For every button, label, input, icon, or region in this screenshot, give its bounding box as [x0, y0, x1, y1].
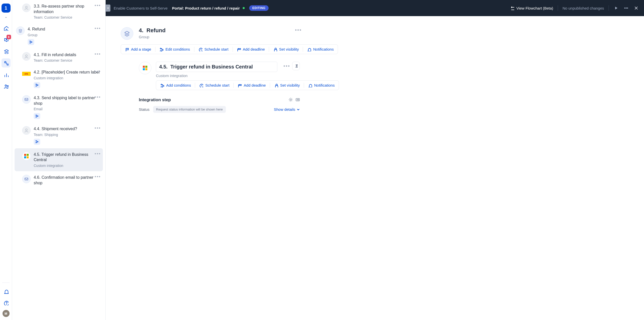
step-more-button[interactable]: ••• [283, 62, 290, 69]
step-subtitle: Custom integration [34, 164, 100, 168]
left-nav-rail: 1 ⌄ 8 M [0, 0, 12, 320]
collapse-panel-button[interactable] [105, 5, 110, 12]
nav-stacks[interactable] [2, 47, 11, 56]
home-icon [4, 26, 9, 31]
svg-rect-37 [275, 86, 278, 87]
clock-icon [198, 47, 202, 51]
top-bar: Enable Customers to Self-Serve Portal: P… [106, 0, 644, 16]
step-item-more-button[interactable]: ••• [95, 69, 101, 74]
schedule-start-button[interactable]: Schedule start [194, 45, 233, 54]
id-icon [295, 97, 300, 102]
step-subtitle: Custom integration [34, 76, 100, 80]
step-item-more-button[interactable]: ••• [95, 174, 101, 180]
svg-point-19 [36, 140, 36, 141]
step-item-more-button[interactable]: ••• [95, 95, 101, 100]
step-subtitle: Team: Customer Service [34, 58, 100, 62]
step-list-item[interactable]: 4.5. Trigger refund in Business CentralC… [15, 148, 103, 171]
breadcrumb-title: Portal: Product return / refund / repair [172, 6, 240, 10]
notifications-button[interactable]: Notifications [303, 45, 338, 54]
step-title: 4.5. Trigger refund in Business Central [34, 152, 100, 163]
steps-panel: 3.3. Re-assess partner shop informationT… [12, 0, 106, 320]
group-more-button[interactable]: ••• [295, 27, 302, 33]
view-flowchart-button[interactable]: View Flowchart (Beta) [510, 6, 553, 10]
step-list-item[interactable]: 4.6. Confirmation email to partner shop•… [15, 171, 103, 189]
step-item-more-button[interactable]: ••• [95, 3, 101, 8]
step-list-item[interactable]: DHL4.2. [Placeholder] Create return labe… [15, 66, 103, 92]
set-visibility-button[interactable]: Set visibility [269, 45, 303, 54]
pin-icon [294, 64, 298, 68]
view-flowchart-label: View Flowchart (Beta) [516, 6, 553, 10]
step-schedule-start-button[interactable]: Schedule start [195, 81, 233, 90]
integration-id-button[interactable] [295, 97, 300, 102]
group-header: 4. Refund Group ••• [121, 27, 302, 40]
step-list-item[interactable]: 4.3. Send shipping label to partner shop… [15, 92, 103, 123]
step-action-bar: Add conditions Schedule start Add deadli… [156, 80, 339, 90]
status-label: Status [139, 107, 150, 112]
bell-icon [4, 289, 9, 294]
step-item-more-button[interactable]: ••• [95, 52, 101, 57]
step-list-item[interactable]: 4. RefundGroup••• [15, 23, 103, 49]
conditions-chip[interactable] [34, 139, 40, 145]
flag-icon [125, 47, 129, 51]
svg-point-17 [37, 116, 38, 117]
integration-settings-button[interactable] [288, 97, 293, 102]
workspace-logo[interactable]: 1 [2, 4, 11, 13]
step-notifications-button[interactable]: Notifications [304, 81, 339, 90]
group-title: 4. Refund [139, 27, 165, 34]
svg-point-20 [36, 142, 36, 143]
conditions-chip[interactable] [28, 39, 34, 45]
step-title-input[interactable]: 4.5. Trigger refund in Business Central [156, 62, 277, 72]
group-stack-icon [121, 27, 133, 40]
step-item-more-button[interactable]: ••• [95, 26, 101, 31]
person-icon [22, 126, 31, 135]
svg-point-26 [160, 48, 161, 49]
step-list-item[interactable]: 4.1. Fill in refund detailsTeam: Custome… [15, 49, 103, 66]
svg-point-3 [7, 86, 8, 87]
chevron-down-icon [297, 108, 300, 111]
conditions-chip[interactable] [34, 82, 40, 88]
group-kind-label: Group [139, 35, 165, 39]
run-button[interactable] [613, 5, 619, 11]
svg-point-11 [36, 84, 36, 85]
workspace-switcher-icon[interactable]: ⌄ [5, 15, 8, 19]
nav-analytics[interactable] [2, 70, 11, 79]
add-deadline-button[interactable]: Add deadline [233, 45, 269, 54]
svg-point-6 [25, 6, 27, 8]
step-list-item[interactable]: 3.3. Re-assess partner shop informationT… [15, 0, 103, 23]
edit-conditions-button[interactable]: Edit conditions [155, 45, 194, 54]
step-item-more-button[interactable]: ••• [95, 151, 101, 157]
editing-badge: EDITING [249, 5, 268, 11]
add-stage-button[interactable]: Add a stage [121, 45, 155, 54]
more-menu-button[interactable] [623, 5, 629, 11]
nav-notifications[interactable] [2, 287, 11, 296]
nav-help[interactable] [2, 298, 11, 307]
show-details-button[interactable]: Show details [274, 107, 300, 112]
bell-icon [307, 47, 311, 51]
inbox-badge: 8 [7, 35, 11, 39]
svg-rect-36 [238, 85, 242, 87]
nav-people[interactable] [2, 82, 11, 91]
step-pin-button[interactable] [292, 62, 300, 70]
svg-point-16 [36, 117, 36, 117]
conditions-chip[interactable] [34, 113, 40, 119]
svg-point-10 [25, 55, 27, 56]
dhl-icon: DHL [22, 69, 31, 78]
step-list-item[interactable]: 4.4. Shipment received?Team: Shipping••• [15, 123, 103, 148]
add-conditions-button[interactable]: Add conditions [156, 81, 195, 90]
flowchart-icon [510, 6, 514, 10]
step-add-deadline-button[interactable]: Add deadline [234, 81, 270, 90]
breadcrumb-parent[interactable]: Enable Customers to Self-Serve [114, 6, 167, 10]
close-button[interactable] [633, 5, 639, 11]
svg-point-7 [30, 41, 30, 42]
branch-icon [160, 83, 164, 87]
nav-home[interactable] [2, 24, 11, 33]
person-icon [22, 4, 31, 12]
step-item-more-button[interactable]: ••• [95, 126, 101, 131]
step-set-visibility-button[interactable]: Set visibility [270, 81, 304, 90]
user-avatar[interactable]: M [3, 310, 10, 317]
nav-inbox[interactable]: 8 [2, 35, 11, 44]
svg-point-15 [36, 115, 36, 116]
svg-point-5 [6, 305, 7, 305]
nav-workflows[interactable] [2, 58, 11, 67]
step-title: 4.4. Shipment received? [34, 126, 100, 132]
